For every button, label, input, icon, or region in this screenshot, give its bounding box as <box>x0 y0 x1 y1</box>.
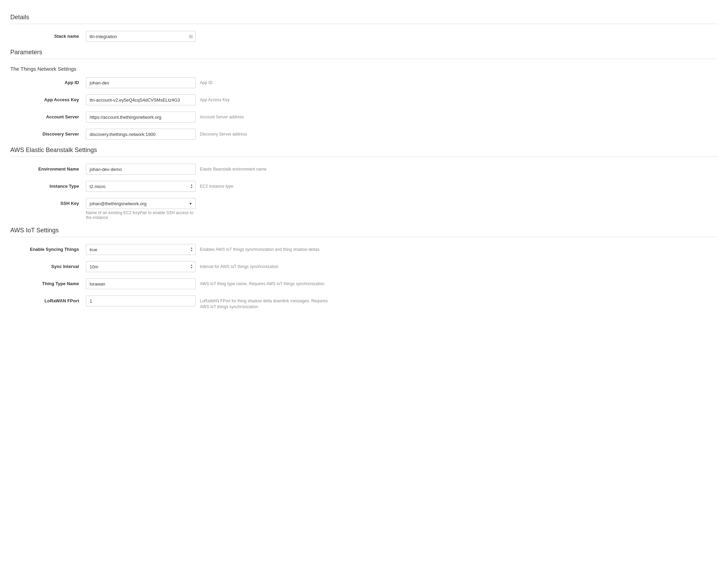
stack-name-row: Stack name ⊞ <box>10 31 718 42</box>
aws-iot-section: AWS IoT Settings Enable Syncing Things t… <box>10 227 718 310</box>
ssh-key-select-wrapper: johan@thethingsnetwork.org ▼ <box>86 198 196 209</box>
app-access-key-row: App Access Key App Access Key <box>10 94 718 105</box>
sync-interval-select-wrapper: 10m 1m 5m 30m 1h ▲ ▼ <box>86 261 196 272</box>
grid-icon: ⊞ <box>189 34 193 39</box>
sync-interval-hint: Interval for AWS IoT things synchronizat… <box>200 261 278 270</box>
app-access-key-input-group: App Access Key <box>86 94 718 105</box>
sync-interval-select[interactable]: 10m 1m 5m 30m 1h <box>86 261 196 272</box>
account-server-row: Account Server Account Server address <box>10 112 718 123</box>
app-access-key-label: App Access Key <box>17 94 86 103</box>
environment-name-label: Environment Name <box>17 164 86 172</box>
discovery-server-hint: Discovery Server address <box>200 129 247 137</box>
stack-name-input-group: ⊞ <box>86 31 718 42</box>
instance-type-label: Instance Type <box>17 181 86 189</box>
app-id-input-group: App ID <box>86 77 718 88</box>
app-id-label: App ID <box>17 77 86 86</box>
sync-interval-label: Sync Interval <box>17 261 86 270</box>
account-server-label: Account Server <box>17 112 86 120</box>
sync-interval-input-group: 10m 1m 5m 30m 1h ▲ ▼ Interval for AWS Io… <box>86 261 718 272</box>
account-server-input[interactable] <box>86 112 196 123</box>
lorawan-fport-label: LoRaWAN FPort <box>17 295 86 304</box>
instance-type-select[interactable]: t2.micro t2.small t2.medium <box>86 181 196 192</box>
environment-name-input[interactable] <box>86 164 196 175</box>
thing-type-name-row: Thing Type Name AWS IoT thing type name.… <box>10 278 718 289</box>
aws-beanstalk-section: AWS Elastic Beanstalk Settings Environme… <box>10 147 718 220</box>
environment-name-row: Environment Name Elastic Beanstalk envir… <box>10 164 718 175</box>
enable-syncing-things-input-group: true false ▲ ▼ Enables AWS IoT things sy… <box>86 244 718 255</box>
stack-name-label: Stack name <box>17 31 86 39</box>
lorawan-fport-input-group: LoRaWAN FPort for thing shadow delta dow… <box>86 295 718 310</box>
ssh-key-label: SSH Key <box>17 198 86 207</box>
app-id-row: App ID App ID <box>10 77 718 88</box>
ssh-key-hint: Name of an existing EC2 KeyPair to enabl… <box>86 210 196 220</box>
app-id-hint: App ID <box>200 77 213 86</box>
ssh-key-input-group: johan@thethingsnetwork.org ▼ Name of an … <box>86 198 718 220</box>
details-title: Details <box>10 14 718 24</box>
stack-name-input-wrapper: ⊞ <box>86 31 196 42</box>
instance-type-row: Instance Type t2.micro t2.small t2.mediu… <box>10 181 718 192</box>
account-server-input-group: Account Server address <box>86 112 718 123</box>
ttn-settings-section: The Things Network Settings App ID App I… <box>10 66 718 140</box>
ssh-key-col: johan@thethingsnetwork.org ▼ Name of an … <box>86 198 196 220</box>
instance-type-input-group: t2.micro t2.small t2.medium ▲ ▼ EC2 inst… <box>86 181 718 192</box>
app-access-key-input[interactable] <box>86 94 196 105</box>
parameters-title: Parameters <box>10 49 718 59</box>
ssh-key-select[interactable]: johan@thethingsnetwork.org <box>86 198 196 209</box>
stack-name-input[interactable] <box>86 31 196 42</box>
thing-type-name-label: Thing Type Name <box>17 278 86 287</box>
discovery-server-label: Discovery Server <box>17 129 86 137</box>
lorawan-fport-input[interactable] <box>86 295 196 306</box>
discovery-server-input-group: Discovery Server address <box>86 129 718 140</box>
environment-name-input-group: Elastic Beanstalk environment name <box>86 164 718 175</box>
details-section: Details Stack name ⊞ <box>10 14 718 42</box>
lorawan-fport-row: LoRaWAN FPort LoRaWAN FPort for thing sh… <box>10 295 718 310</box>
ssh-key-row: SSH Key johan@thethingsnetwork.org ▼ Nam… <box>10 198 718 220</box>
enable-syncing-things-select-wrapper: true false ▲ ▼ <box>86 244 196 255</box>
enable-syncing-things-hint: Enables AWS IoT things synchronization a… <box>200 244 319 253</box>
aws-beanstalk-title: AWS Elastic Beanstalk Settings <box>10 147 718 157</box>
thing-type-name-input-group: AWS IoT thing type name. Requires AWS Io… <box>86 278 718 289</box>
lorawan-fport-hint: LoRaWAN FPort for thing shadow delta dow… <box>200 295 337 310</box>
thing-type-name-hint: AWS IoT thing type name. Requires AWS Io… <box>200 278 325 287</box>
discovery-server-row: Discovery Server Discovery Server addres… <box>10 129 718 140</box>
instance-type-select-wrapper: t2.micro t2.small t2.medium ▲ ▼ <box>86 181 196 192</box>
instance-type-hint: EC2 instance type <box>200 181 233 189</box>
app-access-key-hint: App Access Key <box>200 94 230 103</box>
enable-syncing-things-label: Enable Syncing Things <box>17 244 86 253</box>
app-id-input[interactable] <box>86 77 196 88</box>
account-server-hint: Account Server address <box>200 112 244 120</box>
thing-type-name-input[interactable] <box>86 278 196 289</box>
discovery-server-input[interactable] <box>86 129 196 140</box>
aws-iot-title: AWS IoT Settings <box>10 227 718 237</box>
enable-syncing-things-select[interactable]: true false <box>86 244 196 255</box>
parameters-section: Parameters The Things Network Settings A… <box>10 49 718 310</box>
sync-interval-row: Sync Interval 10m 1m 5m 30m 1h ▲ ▼ <box>10 261 718 272</box>
ttn-settings-title: The Things Network Settings <box>10 66 718 72</box>
environment-name-hint: Elastic Beanstalk environment name <box>200 164 266 172</box>
enable-syncing-things-row: Enable Syncing Things true false ▲ ▼ Ena… <box>10 244 718 255</box>
